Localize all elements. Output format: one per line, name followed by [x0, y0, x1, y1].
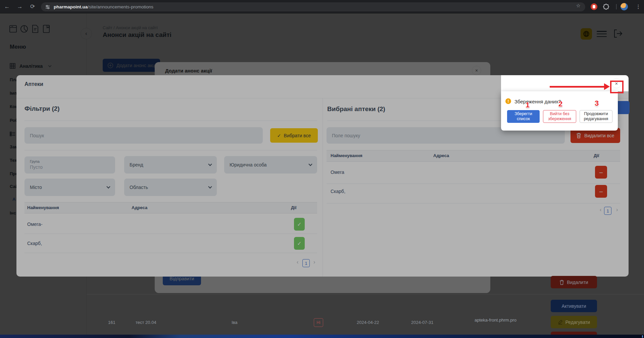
site-info-icon — [45, 4, 50, 10]
annotation-step-3: 3 — [595, 99, 599, 108]
hand-icon — [593, 5, 595, 8]
annotation-rectangle — [610, 81, 624, 93]
toolbar-separator — [616, 4, 616, 9]
popover-question: Збереження даних? — [514, 99, 561, 104]
overlay-backdrop — [0, 13, 644, 338]
annotation-step-2: 2 — [558, 100, 562, 108]
browser-back-button[interactable]: ← — [3, 0, 11, 13]
profile-avatar[interactable] — [621, 3, 628, 10]
annotation-step-1: 1 — [526, 101, 530, 109]
exit-without-saving-button[interactable]: Вийти без збереження — [543, 110, 576, 123]
address-bar[interactable]: pharmapoint.ua/site/announcements-promot… — [41, 2, 585, 11]
browser-menu-icon[interactable]: ⋮ — [635, 0, 642, 13]
extensions-puzzle-icon[interactable] — [603, 4, 609, 10]
url-host: pharmapoint.ua — [54, 4, 88, 9]
browser-toolbar: ← → ⟳ pharmapoint.ua/site/announcements-… — [0, 0, 644, 13]
annotation-arrow-head — [604, 83, 610, 90]
taskbar-strip — [0, 335, 644, 338]
adblock-extension-icon[interactable] — [591, 3, 597, 10]
url-path: /site/announcements-promotions — [88, 4, 153, 9]
browser-forward-button[interactable]: → — [15, 0, 24, 13]
bookmark-star-icon[interactable]: ☆ — [576, 3, 581, 9]
url-text: pharmapoint.ua/site/announcements-promot… — [54, 4, 153, 9]
continue-editing-button[interactable]: Продовжити редагування — [580, 110, 612, 123]
browser-reload-button[interactable]: ⟳ — [28, 0, 37, 13]
taskbar-accent — [642, 335, 643, 338]
save-list-button[interactable]: Зберегти список — [507, 110, 540, 123]
save-confirmation-popover: ! Збереження даних? Зберегти список Вийт… — [501, 91, 618, 131]
annotation-arrow — [550, 86, 605, 88]
screenshot-root: Меню Аналітика Пла Імп Кон Роб Зам Тех П… — [0, 0, 644, 338]
warning-icon: ! — [505, 98, 511, 104]
